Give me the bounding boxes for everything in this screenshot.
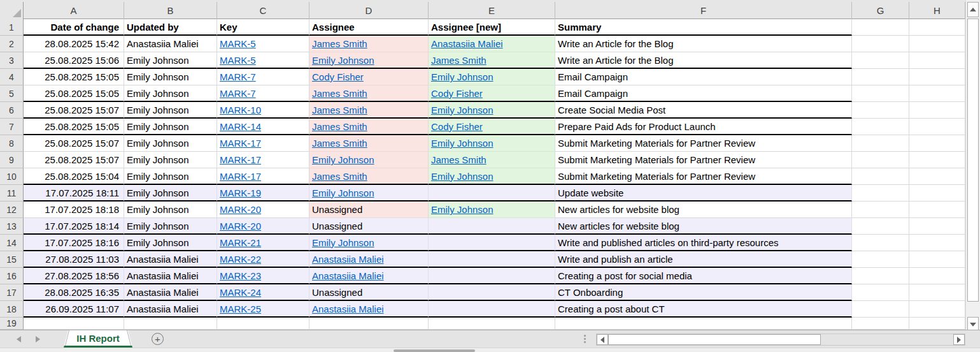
cell-updated-by[interactable]: Anastasiia Maliei	[124, 36, 217, 52]
cell-date[interactable]: 25.08.2025 15:07	[24, 152, 124, 168]
hyperlink[interactable]: MARK-10	[220, 105, 261, 115]
cell-assignee-new[interactable]: Anastasiia Maliei	[429, 36, 555, 52]
cell-date[interactable]: 25.08.2025 15:07	[24, 102, 124, 119]
cell-empty-g[interactable]	[852, 102, 909, 119]
cell-summary[interactable]: Update website	[555, 185, 852, 202]
cell-empty-g[interactable]	[852, 185, 909, 202]
row-number[interactable]: 3	[0, 52, 24, 69]
cell-date[interactable]: 25.08.2025 15:05	[24, 85, 124, 102]
vertical-scroll-thumb[interactable]	[967, 18, 979, 302]
cell-assignee[interactable]: Unassigned	[309, 202, 429, 218]
cell-empty-g[interactable]	[852, 119, 909, 135]
row-number[interactable]: 5	[0, 85, 24, 102]
cell-assignee-new[interactable]: James Smith	[429, 152, 555, 168]
cell-updated-by[interactable]: Anastasiia Maliei	[124, 251, 217, 268]
hyperlink[interactable]: MARK-19	[220, 187, 261, 198]
cell-date[interactable]	[24, 318, 124, 330]
horizontal-scroll-thumb[interactable]	[608, 334, 821, 345]
cell-summary[interactable]: Submit Marketing Materials for Partner R…	[555, 135, 852, 152]
cell-updated-by[interactable]: Anastasiia Maliei	[124, 284, 217, 301]
cell-summary[interactable]	[555, 318, 852, 330]
cell-updated-by[interactable]: Emily Johnson	[124, 235, 217, 251]
cell-summary[interactable]: Creating a post for social media	[555, 268, 852, 284]
cell-assignee-new[interactable]: Emily Johnson	[429, 69, 555, 85]
hyperlink[interactable]: Emily Johnson	[431, 138, 494, 149]
cell-assignee-new[interactable]: Cody Fisher	[429, 119, 555, 135]
hyperlink[interactable]: Cody Fisher	[431, 121, 483, 132]
cell-key[interactable]: MARK-23	[217, 268, 309, 284]
cell-empty-g[interactable]	[852, 36, 909, 52]
cell-empty-g[interactable]	[852, 52, 909, 69]
hyperlink[interactable]: Emily Johnson	[312, 187, 374, 198]
cell-empty-g[interactable]	[852, 301, 909, 318]
row-number[interactable]: 8	[0, 135, 24, 152]
cell-empty-g[interactable]	[852, 218, 909, 235]
cell-empty-g[interactable]	[852, 202, 909, 218]
cell-summary[interactable]: Submit Marketing Materials for Partner R…	[555, 152, 852, 168]
cell-key[interactable]: MARK-17	[217, 152, 309, 168]
cell-assignee[interactable]: James Smith	[309, 119, 429, 135]
hyperlink[interactable]: MARK-5	[220, 55, 256, 66]
cell-empty-g[interactable]	[852, 69, 909, 85]
cell-updated-by[interactable]: Emily Johnson	[124, 168, 217, 185]
cell-key[interactable]: MARK-17	[217, 168, 309, 185]
hyperlink[interactable]: MARK-17	[220, 138, 261, 149]
cell-summary[interactable]: Prepare Paid Ads for Product Launch	[555, 119, 852, 135]
cell-key[interactable]: MARK-14	[217, 119, 309, 135]
cell-key[interactable]: MARK-22	[217, 251, 309, 268]
hyperlink[interactable]: James Smith	[312, 38, 367, 49]
cell-assignee-new[interactable]	[429, 318, 555, 330]
cell-empty-h[interactable]	[909, 268, 965, 284]
cell-date[interactable]: 25.08.2025 15:04	[24, 168, 124, 185]
cell-empty-g[interactable]	[852, 268, 909, 284]
row-number[interactable]: 4	[0, 69, 24, 85]
hyperlink[interactable]: Anastasiia Maliei	[312, 270, 384, 281]
hyperlink[interactable]: MARK-25	[220, 304, 261, 314]
hyperlink[interactable]: Emily Johnson	[431, 105, 494, 115]
row-number[interactable]: 10	[0, 168, 24, 185]
row-number[interactable]: 14	[0, 235, 24, 251]
cell-assignee-new[interactable]: Emily Johnson	[429, 102, 555, 119]
cell-key[interactable]: MARK-5	[217, 52, 309, 69]
cell-empty-h[interactable]	[909, 152, 965, 168]
cell-key[interactable]: MARK-10	[217, 102, 309, 119]
header-cell[interactable]: Summary	[555, 19, 852, 36]
cell-assignee[interactable]: Anastasiia Maliei	[309, 301, 429, 318]
header-cell[interactable]: Date of change	[24, 19, 124, 36]
cell-assignee-new[interactable]: Cody Fisher	[429, 85, 555, 102]
cell-empty-g[interactable]	[852, 168, 909, 185]
cell-assignee-new[interactable]: Emily Johnson	[429, 135, 555, 152]
cell-date[interactable]: 25.08.2025 15:06	[24, 52, 124, 69]
cell-empty-h[interactable]	[909, 85, 965, 102]
row-number[interactable]: 2	[0, 36, 24, 52]
cell-empty-h[interactable]	[909, 202, 965, 218]
cell-key[interactable]: MARK-7	[217, 85, 309, 102]
hyperlink[interactable]: MARK-24	[220, 287, 261, 298]
cell-key[interactable]: MARK-5	[217, 36, 309, 52]
cell-assignee[interactable]: Unassigned	[309, 218, 429, 235]
cell-updated-by[interactable]: Emily Johnson	[124, 69, 217, 85]
cell-empty-h[interactable]	[909, 318, 965, 330]
cell-date[interactable]: 26.09.2025 11:07	[24, 301, 124, 318]
hyperlink[interactable]: Emily Johnson	[312, 237, 374, 248]
cell-assignee[interactable]: Anastasiia Maliei	[309, 251, 429, 268]
cell-assignee-new[interactable]	[429, 218, 555, 235]
row-number[interactable]: 1	[0, 19, 24, 36]
cell-empty-h[interactable]	[909, 218, 965, 235]
cell-date[interactable]: 25.08.2025 15:07	[24, 135, 124, 152]
cell-date[interactable]: 25.08.2025 15:05	[24, 119, 124, 135]
cell-empty-h[interactable]	[909, 135, 965, 152]
cell-assignee[interactable]: Emily Johnson	[309, 185, 429, 202]
row-number[interactable]: 19	[0, 318, 24, 330]
hyperlink[interactable]: MARK-17	[220, 154, 261, 165]
cell-key[interactable]: MARK-17	[217, 135, 309, 152]
cell-assignee-new[interactable]: Emily Johnson	[429, 202, 555, 218]
cell-empty-g[interactable]	[852, 318, 909, 330]
cell-updated-by[interactable]: Anastasiia Maliei	[124, 301, 217, 318]
cell-summary[interactable]: Write and publish an article	[555, 251, 852, 268]
cell-summary[interactable]: New articles for website blog	[555, 218, 852, 235]
cell-empty-h[interactable]	[909, 251, 965, 268]
cell-updated-by[interactable]: Anastasiia Maliei	[124, 268, 217, 284]
hyperlink[interactable]: Emily Johnson	[312, 154, 374, 165]
header-cell[interactable]: Key	[217, 19, 309, 36]
